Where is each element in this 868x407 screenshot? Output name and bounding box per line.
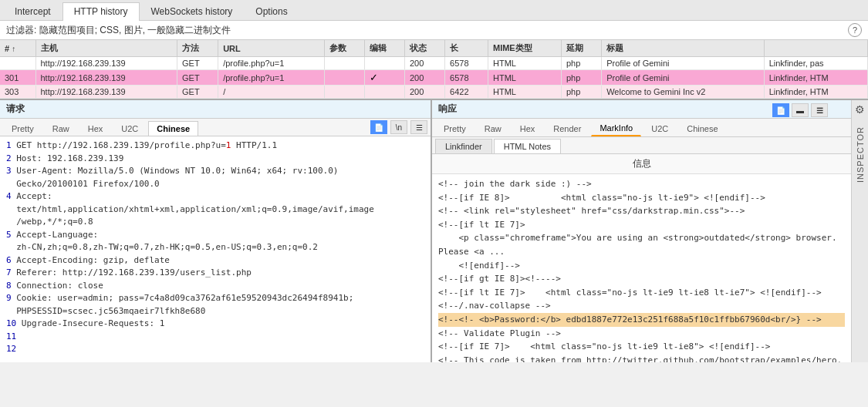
tab-websockets-history[interactable]: WebSockets history bbox=[140, 2, 245, 20]
response-icon-menu[interactable]: ☰ bbox=[811, 103, 828, 117]
col-header-extra[interactable] bbox=[764, 40, 867, 57]
table-row[interactable]: http://192.168.239.139 GET /profile.php?… bbox=[0, 57, 868, 70]
response-tab-pretty[interactable]: Pretty bbox=[435, 121, 475, 136]
response-line: <![endif]--> bbox=[438, 259, 845, 273]
cell-method: GET bbox=[177, 70, 218, 86]
col-header-edit[interactable]: 编辑 bbox=[364, 40, 404, 57]
response-panel-label: 响应 📄 ▬ ☰ bbox=[432, 100, 851, 119]
filter-help-button[interactable]: ? bbox=[848, 23, 862, 37]
col-header-length[interactable]: 长 bbox=[445, 40, 488, 57]
cell-length: 6422 bbox=[445, 86, 488, 99]
response-panel: 响应 📄 ▬ ☰ Pretty Raw Hex Render MarkInfo … bbox=[432, 100, 851, 362]
inspector-label: INSPECTOR bbox=[856, 126, 865, 183]
filter-bar: 过滤器: 隐藏范围项目; CSS, 图片, 一般隐藏二进制文件 ? bbox=[0, 21, 868, 40]
tab-http-history[interactable]: HTTP history bbox=[62, 2, 140, 21]
cell-num: 303 bbox=[0, 86, 35, 99]
request-tab-raw[interactable]: Raw bbox=[44, 121, 78, 136]
cell-extra: Linkfinder, HTM bbox=[764, 70, 867, 86]
cell-status: 200 bbox=[404, 70, 444, 86]
cell-method: GET bbox=[177, 57, 218, 70]
table-row[interactable]: 301 http://192.168.239.139 GET /profile.… bbox=[0, 70, 868, 86]
response-line: <!--[if gt IE 8]><!----> bbox=[438, 272, 845, 286]
filter-bar-label: 过滤器: 隐藏范围项目; CSS, 图片, 一般隐藏二进制文件 bbox=[6, 24, 231, 37]
cell-title: Profile of Gemini bbox=[602, 57, 764, 70]
request-tab-icons: 📄 \n ☰ bbox=[370, 120, 427, 136]
col-header-mime[interactable]: MIME类型 bbox=[488, 40, 561, 57]
response-tab-chinese[interactable]: Chinese bbox=[678, 121, 726, 136]
response-sub-tab-htmlnotes[interactable]: HTML Notes bbox=[494, 139, 561, 153]
col-header-host[interactable]: 主机 bbox=[35, 40, 177, 57]
response-tab-u2c[interactable]: U2C bbox=[643, 121, 677, 136]
response-line: <!--[if lt IE 7]> bbox=[438, 218, 845, 232]
cell-title: Profile of Gemini bbox=[602, 70, 764, 86]
col-header-status[interactable]: 状态 bbox=[404, 40, 444, 57]
http-history-table: # ↑ 主机 方法 URL 参数 编辑 状态 长 MIME类型 延期 标题 ht… bbox=[0, 40, 868, 100]
response-sub-tab-strip: Linkfinder HTML Notes bbox=[432, 137, 851, 154]
request-icon-slash[interactable]: \n bbox=[390, 120, 407, 134]
cell-mime: HTML bbox=[488, 57, 561, 70]
response-line: <!--[if IE 8]> <html class="no-js lt-ie9… bbox=[438, 191, 845, 205]
response-icon-lines[interactable]: ▬ bbox=[792, 103, 809, 117]
request-content[interactable]: 1 GET http://192.168.239.139/profile.php… bbox=[0, 136, 431, 362]
cell-host: http://192.168.239.139 bbox=[35, 86, 177, 99]
response-icon-copy[interactable]: 📄 bbox=[772, 103, 789, 117]
col-header-num[interactable]: # ↑ bbox=[0, 40, 35, 57]
cell-length: 6578 bbox=[445, 57, 488, 70]
cell-edit bbox=[364, 57, 404, 70]
cell-params bbox=[324, 70, 364, 86]
response-tab-render[interactable]: Render bbox=[545, 121, 589, 136]
col-header-title[interactable]: 标题 bbox=[602, 40, 764, 57]
inspector-sidebar: ⚙ INSPECTOR bbox=[851, 100, 868, 362]
request-tab-pretty[interactable]: Pretty bbox=[3, 121, 42, 136]
cell-url: /profile.php?u=1 bbox=[218, 57, 324, 70]
request-icon-menu[interactable]: ☰ bbox=[410, 120, 427, 134]
response-line: <!--/.nav-collapse --> bbox=[438, 299, 845, 313]
cell-mime: HTML bbox=[488, 70, 561, 86]
col-header-params[interactable]: 参数 bbox=[324, 40, 364, 57]
response-tab-hex[interactable]: Hex bbox=[512, 121, 544, 136]
cell-extension: php bbox=[562, 86, 602, 99]
response-tab-strip: Pretty Raw Hex Render MarkInfo U2C Chine… bbox=[432, 119, 851, 137]
response-tab-markinfo[interactable]: MarkInfo bbox=[591, 120, 641, 136]
cell-extra: Linkfinder, HTM bbox=[764, 86, 867, 99]
request-panel-label: 请求 bbox=[0, 100, 431, 119]
request-tab-u2c[interactable]: U2C bbox=[113, 121, 147, 136]
gear-icon[interactable]: ⚙ bbox=[855, 103, 865, 116]
cell-num: 301 bbox=[0, 70, 35, 86]
cell-title: Welcome to Gemini Inc v2 bbox=[602, 86, 764, 99]
response-line: <!-- join the dark side :) --> bbox=[438, 177, 845, 191]
main-area: 请求 Pretty Raw Hex U2C Chinese 📄 \n ☰ 1 G… bbox=[0, 100, 868, 362]
col-header-method[interactable]: 方法 bbox=[177, 40, 218, 57]
response-line: <!--[if IE 7]> <html class="no-js lt-ie9… bbox=[438, 340, 845, 354]
cell-edit bbox=[364, 86, 404, 99]
table-row[interactable]: 303 http://192.168.239.139 GET / 200 642… bbox=[0, 86, 868, 99]
response-sub-tab-linkfinder[interactable]: Linkfinder bbox=[435, 139, 492, 153]
response-top-icons: 📄 ▬ ☰ bbox=[772, 103, 828, 117]
response-line: <!-- Validate Plugin --> bbox=[438, 327, 845, 341]
col-header-url[interactable]: URL bbox=[218, 40, 324, 57]
response-line: <p class="chromeframe">You are using an … bbox=[438, 231, 845, 258]
response-tab-raw[interactable]: Raw bbox=[476, 121, 510, 136]
request-tab-hex[interactable]: Hex bbox=[79, 121, 112, 136]
tab-options[interactable]: Options bbox=[244, 2, 299, 20]
response-line-highlight: <!--<!- <b>Password:</b> edbd1887e772e13… bbox=[438, 313, 845, 327]
cell-url: /profile.php?u=1 bbox=[218, 70, 324, 86]
request-tab-strip: Pretty Raw Hex U2C Chinese 📄 \n ☰ bbox=[0, 119, 431, 136]
cell-status: 200 bbox=[404, 57, 444, 70]
response-line: <!--[if lt IE 7]> <html class="no-js lt-… bbox=[438, 286, 845, 300]
cell-params bbox=[324, 57, 364, 70]
cell-extension: php bbox=[562, 70, 602, 86]
response-line: <!-- <link rel="stylesheet" href="css/da… bbox=[438, 204, 845, 218]
request-tab-chinese[interactable]: Chinese bbox=[148, 121, 198, 136]
tab-intercept[interactable]: Intercept bbox=[3, 2, 62, 20]
top-tab-bar: Intercept HTTP history WebSockets histor… bbox=[0, 0, 868, 21]
cell-status: 200 bbox=[404, 86, 444, 99]
cell-length: 6578 bbox=[445, 70, 488, 86]
col-header-extension[interactable]: 延期 bbox=[562, 40, 602, 57]
cell-edit: ✓ bbox=[364, 70, 404, 86]
response-content[interactable]: <!-- join the dark side :) --> <!--[if I… bbox=[432, 174, 851, 362]
cell-host: http://192.168.239.139 bbox=[35, 70, 177, 86]
response-line: <!-- This code is taken from http://twit… bbox=[438, 354, 845, 362]
cell-method: GET bbox=[177, 86, 218, 99]
request-icon-doc[interactable]: 📄 bbox=[370, 120, 387, 134]
